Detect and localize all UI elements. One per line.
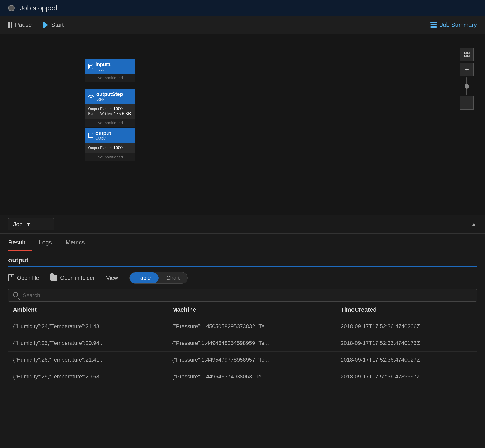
col-timecreated: TimeCreated — [336, 302, 477, 318]
tab-result[interactable]: Result — [8, 239, 32, 251]
node-outputstep-header: <> outputStep Step — [85, 89, 135, 104]
open-file-button[interactable]: Open file — [8, 274, 39, 281]
cell-ambient: {"Humidity":25,"Temperature":20.94... — [8, 335, 168, 352]
output-title: output — [8, 256, 477, 267]
tab-logs[interactable]: Logs — [39, 239, 59, 251]
table-row: {"Humidity":26,"Temperature":21.41...{"P… — [8, 352, 477, 368]
node-outputstep[interactable]: <> outputStep Step Output Events: 1000 E… — [85, 89, 135, 127]
node-output-subtitle: Output — [95, 136, 111, 140]
table-row: {"Humidity":25,"Temperature":20.94...{"P… — [8, 335, 477, 352]
zoom-out-button[interactable]: − — [460, 96, 474, 110]
diagram-area: input1 Input Not partitioned <> outputSt… — [0, 34, 485, 215]
start-label: Start — [51, 21, 64, 28]
cell-time: 2018-09-17T17:52:36.4740176Z — [336, 335, 477, 352]
cell-time: 2018-09-17T17:52:36.4740027Z — [336, 352, 477, 368]
chevron-down-icon: ▼ — [26, 222, 31, 227]
data-table: Ambient Machine TimeCreated {"Humidity":… — [8, 302, 477, 385]
tabs: Result Logs Metrics — [0, 234, 485, 251]
search-input[interactable] — [23, 292, 472, 299]
bottom-panel-header: Job ▼ ▲ — [0, 215, 485, 234]
node-input1-header: input1 Input — [85, 59, 135, 74]
status-dot — [8, 5, 15, 11]
col-ambient: Ambient — [8, 302, 168, 318]
cell-ambient: {"Humidity":24,"Temperature":21.43... — [8, 318, 168, 335]
job-dropdown[interactable]: Job ▼ — [8, 218, 54, 231]
pause-button[interactable]: Pause — [8, 21, 32, 28]
start-button[interactable]: Start — [43, 21, 64, 28]
top-bar: Job stopped — [0, 0, 485, 16]
view-table-button[interactable]: Table — [130, 272, 158, 283]
svg-rect-2 — [465, 55, 466, 57]
search-icon — [13, 292, 19, 299]
list-icon — [430, 22, 437, 28]
toolbar-left: Pause Start — [8, 21, 64, 28]
view-chart-button[interactable]: Chart — [159, 272, 188, 283]
zoom-slider[interactable] — [466, 77, 467, 96]
job-dropdown-label: Job — [13, 221, 23, 228]
open-in-folder-button[interactable]: Open in folder — [50, 275, 95, 281]
cell-machine: {"Pressure":1.4494648254598959,"Te... — [168, 335, 336, 352]
cell-ambient: {"Humidity":25,"Temperature":20.58... — [8, 368, 168, 385]
search-bar — [8, 289, 477, 302]
node-input1-subtitle: Input — [95, 67, 111, 72]
file-icon — [8, 274, 14, 281]
zoom-in-button[interactable]: + — [460, 63, 474, 76]
node-input1-footer: Not partitioned — [85, 74, 135, 82]
node-output-body: Output Events: 1000 — [85, 143, 135, 153]
zoom-fit-button[interactable] — [460, 48, 474, 61]
view-toggle: Table Chart — [129, 272, 188, 284]
play-icon — [43, 22, 48, 28]
svg-rect-3 — [467, 55, 469, 57]
node-input1[interactable]: input1 Input Not partitioned — [85, 59, 135, 82]
node-outputstep-subtitle: Step — [96, 97, 123, 101]
file-actions: Open file Open in folder View Table Char… — [8, 272, 477, 284]
folder-icon — [50, 275, 57, 281]
output-section: output Open file Open in folder View Tab… — [0, 251, 485, 385]
node-input1-title: input1 — [95, 62, 111, 67]
output-icon — [88, 133, 93, 138]
job-summary-label: Job Summary — [440, 21, 477, 28]
zoom-controls: + − — [460, 48, 474, 110]
svg-rect-0 — [465, 52, 466, 54]
job-status-title: Job stopped — [20, 4, 57, 12]
cell-time: 2018-09-17T17:52:36.4740206Z — [336, 318, 477, 335]
zoom-thumb — [465, 84, 469, 88]
input-icon — [88, 64, 93, 69]
cell-ambient: {"Humidity":26,"Temperature":21.41... — [8, 352, 168, 368]
cell-machine: {"Pressure":1.449546374038063,"Te... — [168, 368, 336, 385]
node-output-footer: Not partitioned — [85, 153, 135, 161]
node-outputstep-title: outputStep — [96, 91, 123, 97]
step-icon: <> — [88, 93, 94, 99]
table-row: {"Humidity":24,"Temperature":21.43...{"P… — [8, 318, 477, 335]
cell-machine: {"Pressure":1.4505058295373832,"Te... — [168, 318, 336, 335]
bottom-panel: Job ▼ ▲ Result Logs Metrics output Open … — [0, 215, 485, 385]
tab-metrics[interactable]: Metrics — [66, 239, 92, 251]
cell-machine: {"Pressure":1.4495479778958957,"Te... — [168, 352, 336, 368]
pause-icon — [8, 22, 12, 28]
view-label: View — [106, 275, 118, 281]
cell-time: 2018-09-17T17:52:36.4739997Z — [336, 368, 477, 385]
table-row: {"Humidity":25,"Temperature":20.58...{"P… — [8, 368, 477, 385]
col-machine: Machine — [168, 302, 336, 318]
node-output[interactable]: output Output Output Events: 1000 Not pa… — [85, 128, 135, 161]
svg-rect-1 — [467, 52, 469, 54]
node-output-header: output Output — [85, 128, 135, 143]
collapse-button[interactable]: ▲ — [471, 221, 477, 228]
pause-label: Pause — [15, 21, 32, 28]
node-outputstep-body: Output Events: 1000 Events Written: 175.… — [85, 104, 135, 119]
toolbar: Pause Start Job Summary — [0, 16, 485, 34]
job-summary-button[interactable]: Job Summary — [430, 21, 477, 28]
node-output-title: output — [95, 130, 111, 136]
